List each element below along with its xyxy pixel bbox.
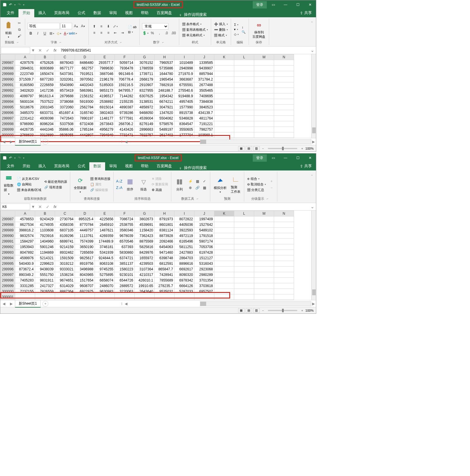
col-header-K[interactable]: K bbox=[214, 211, 234, 216]
cell[interactable] bbox=[254, 66, 274, 71]
row-header[interactable]: 299988 bbox=[1, 66, 15, 71]
cell[interactable] bbox=[254, 261, 274, 267]
cell[interactable]: 3550605 bbox=[175, 127, 194, 132]
clear-button[interactable]: ◇ bbox=[233, 32, 239, 37]
cell[interactable] bbox=[274, 66, 294, 71]
cell[interactable] bbox=[254, 222, 274, 228]
row-header[interactable]: 299990 bbox=[1, 233, 15, 239]
cell[interactable] bbox=[234, 261, 254, 267]
cell[interactable] bbox=[234, 294, 254, 300]
cell[interactable]: 9439907 bbox=[194, 66, 214, 71]
cell[interactable]: 8096204 bbox=[35, 121, 55, 127]
maximize-icon[interactable]: ☐ bbox=[292, 0, 304, 9]
cell[interactable] bbox=[214, 294, 234, 300]
align-bottom-icon[interactable]: ⬇ bbox=[105, 23, 112, 29]
cell[interactable]: 7384838 bbox=[194, 99, 214, 105]
cell[interactable]: 890349.2 bbox=[15, 272, 35, 278]
cell[interactable]: 2617402 bbox=[155, 132, 175, 138]
ungroup-button[interactable]: ⊖ 取消组合 bbox=[247, 182, 266, 187]
cell[interactable]: 7936478 bbox=[115, 66, 135, 71]
sheet-nav-next[interactable]: ▶ bbox=[8, 140, 15, 144]
enter-formula-icon[interactable]: ✓ bbox=[45, 48, 51, 53]
tab-公式[interactable]: 公式 bbox=[74, 162, 89, 170]
cell[interactable] bbox=[234, 77, 254, 82]
sort-asc-icon[interactable]: A↓Z bbox=[116, 178, 122, 184]
clear-filter-button[interactable]: ✕ 清除 bbox=[151, 176, 169, 181]
cell[interactable]: 7982757 bbox=[194, 127, 214, 132]
cell[interactable] bbox=[274, 261, 294, 267]
cell[interactable]: 3485370 bbox=[15, 110, 35, 116]
percent-icon[interactable]: % bbox=[149, 30, 155, 36]
cell[interactable]: 4956279 bbox=[95, 127, 115, 132]
tab-文件[interactable]: 文件 bbox=[3, 8, 18, 17]
cell[interactable]: 7919521 bbox=[75, 71, 95, 77]
cell[interactable] bbox=[254, 77, 274, 82]
normal-view-icon[interactable]: ▦ bbox=[238, 308, 245, 313]
cell[interactable]: 1954342 bbox=[155, 93, 175, 99]
cell[interactable]: 35886.06 bbox=[55, 127, 75, 132]
cell[interactable] bbox=[115, 294, 135, 300]
cell[interactable]: 9230101 bbox=[115, 272, 135, 278]
get-data-button[interactable]: 获取数 据▾ bbox=[3, 173, 15, 196]
cell[interactable] bbox=[194, 294, 214, 300]
cell[interactable]: 4539004 bbox=[135, 116, 155, 121]
properties-button[interactable]: 📋 属性 bbox=[90, 182, 111, 187]
grid[interactable]: ABCDEFGHIJKLMN29998745786539243429273076… bbox=[0, 211, 316, 300]
sort-filter-icon[interactable]: ↕ bbox=[241, 25, 246, 29]
cell[interactable]: 5907174 bbox=[194, 239, 214, 244]
cell[interactable]: 3402820 bbox=[15, 88, 35, 93]
cell[interactable]: 5018676 bbox=[15, 105, 35, 110]
baidu-save-button[interactable]: ∞保存到 百度网盘 bbox=[251, 20, 266, 40]
font-name-combo[interactable] bbox=[28, 23, 60, 29]
cell[interactable]: 268706.2 bbox=[115, 121, 135, 127]
cell[interactable] bbox=[234, 244, 254, 250]
cell[interactable]: 8875569 bbox=[135, 239, 155, 244]
align-left-icon[interactable]: ≡ bbox=[91, 30, 98, 36]
expand-formula-icon[interactable]: ⌄ bbox=[309, 47, 316, 53]
cell[interactable]: 6833731 bbox=[35, 110, 55, 116]
cell[interactable]: 3047921 bbox=[155, 105, 175, 110]
tab-插入[interactable]: 插入 bbox=[34, 162, 50, 170]
cell[interactable]: 1650474 bbox=[35, 71, 55, 77]
cell[interactable]: 1194869 bbox=[35, 250, 55, 255]
col-header-A[interactable]: A bbox=[15, 211, 35, 216]
cell[interactable] bbox=[234, 216, 254, 222]
cell[interactable]: 1487621 bbox=[95, 228, 115, 233]
cell[interactable] bbox=[254, 99, 274, 105]
cell[interactable] bbox=[214, 228, 234, 233]
row-header[interactable]: 299999 bbox=[1, 283, 15, 289]
cell[interactable]: 873672.4 bbox=[15, 267, 35, 272]
cell[interactable]: 9535032 bbox=[155, 289, 175, 294]
cell[interactable]: 278235.7 bbox=[155, 283, 175, 289]
autosum-button[interactable]: Σ bbox=[233, 23, 239, 27]
cell[interactable]: 7882918 bbox=[155, 82, 175, 88]
cell[interactable] bbox=[254, 110, 274, 116]
cell[interactable]: 5758576 bbox=[155, 121, 175, 127]
cell[interactable]: 9825617 bbox=[75, 255, 95, 261]
cell[interactable] bbox=[274, 216, 294, 222]
cell[interactable]: 8327955 bbox=[135, 88, 155, 93]
cell[interactable] bbox=[214, 127, 234, 132]
save-icon[interactable] bbox=[3, 3, 7, 7]
collapse-ribbon-icon[interactable]: ⌃ bbox=[309, 21, 315, 24]
cell[interactable]: 3802673 bbox=[135, 216, 155, 222]
group-button[interactable]: ⊕ 组合 bbox=[247, 176, 266, 181]
tab-数据[interactable]: 数据 bbox=[89, 162, 105, 170]
cell[interactable]: 8770784 bbox=[75, 222, 95, 228]
redo-icon[interactable]: ↷ bbox=[18, 156, 21, 160]
sort-button[interactable]: 排序 bbox=[124, 177, 136, 192]
row-header[interactable]: 299988 bbox=[1, 222, 15, 228]
maximize-icon[interactable]: ☐ bbox=[292, 153, 304, 162]
col-header-I[interactable]: I bbox=[175, 54, 194, 60]
cell[interactable]: 7922757 bbox=[135, 132, 155, 138]
cell[interactable] bbox=[234, 60, 254, 66]
cell[interactable]: 8072822 bbox=[175, 216, 194, 222]
cell[interactable]: 7574399 bbox=[75, 239, 95, 244]
flash-fill-icon[interactable]: ⚡ bbox=[187, 178, 194, 184]
cell[interactable] bbox=[234, 278, 254, 283]
cell[interactable]: 6570546 bbox=[115, 239, 135, 244]
cell[interactable]: 2226659 bbox=[35, 82, 55, 88]
cell[interactable]: 3165740 bbox=[75, 110, 95, 116]
cell[interactable]: 7428941 bbox=[155, 272, 175, 278]
border-button[interactable]: ⊞ bbox=[49, 30, 55, 36]
